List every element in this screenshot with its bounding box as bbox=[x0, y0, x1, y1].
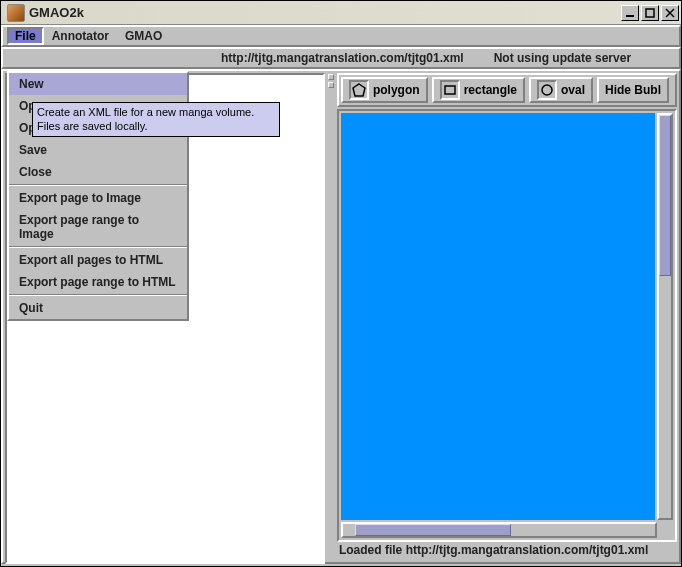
window-controls bbox=[621, 5, 679, 21]
minimize-button[interactable] bbox=[621, 5, 639, 21]
menu-annotator[interactable]: Annotator bbox=[44, 27, 117, 45]
url-bar: http://tjtg.mangatranslation.com/tjtg01.… bbox=[1, 47, 681, 69]
chevron-left-icon bbox=[328, 74, 334, 80]
shape-toolbar: polygon rectangle oval Hide Bubl bbox=[337, 73, 677, 107]
splitter[interactable] bbox=[327, 71, 335, 562]
menu-separator bbox=[9, 294, 187, 296]
oval-icon bbox=[537, 80, 557, 100]
polygon-icon bbox=[349, 80, 369, 100]
close-button[interactable] bbox=[661, 5, 679, 21]
maximize-button[interactable] bbox=[641, 5, 659, 21]
canvas[interactable] bbox=[341, 113, 655, 520]
status-bar: Loaded file http://tjtg.mangatranslation… bbox=[337, 542, 677, 560]
vscroll-thumb[interactable] bbox=[659, 115, 671, 276]
menu-item-export-range-image[interactable]: Export page range to Image bbox=[9, 209, 187, 245]
menu-item-close[interactable]: Close bbox=[9, 161, 187, 183]
svg-rect-1 bbox=[646, 9, 654, 17]
menu-item-quit[interactable]: Quit bbox=[9, 297, 187, 319]
tooltip-line1: Create an XML file for a new manga volum… bbox=[37, 105, 275, 119]
menu-item-save[interactable]: Save bbox=[9, 139, 187, 161]
canvas-container bbox=[337, 109, 677, 542]
tooltip: Create an XML file for a new manga volum… bbox=[32, 102, 280, 137]
rectangle-button[interactable]: rectangle bbox=[432, 77, 525, 103]
menu-separator bbox=[9, 184, 187, 186]
menu-item-new[interactable]: New bbox=[9, 73, 187, 95]
titlebar: GMAO2k bbox=[1, 1, 681, 25]
app-icon bbox=[7, 4, 25, 22]
menu-separator bbox=[9, 246, 187, 248]
hide-bubbles-button[interactable]: Hide Bubl bbox=[597, 77, 669, 103]
vertical-scrollbar[interactable] bbox=[657, 113, 673, 520]
menu-item-export-all-html[interactable]: Export all pages to HTML bbox=[9, 249, 187, 271]
hide-bubbles-label: Hide Bubl bbox=[605, 83, 661, 97]
hscroll-thumb[interactable] bbox=[355, 524, 511, 536]
horizontal-scrollbar[interactable] bbox=[341, 522, 657, 538]
menu-gmao[interactable]: GMAO bbox=[117, 27, 170, 45]
rectangle-icon bbox=[440, 80, 460, 100]
svg-rect-5 bbox=[445, 86, 455, 94]
rectangle-label: rectangle bbox=[464, 83, 517, 97]
window-title: GMAO2k bbox=[29, 5, 621, 20]
app-window: GMAO2k File Annotator GMAO http://tjtg.m… bbox=[0, 0, 682, 567]
chevron-right-icon bbox=[328, 82, 334, 88]
svg-point-6 bbox=[542, 85, 552, 95]
oval-label: oval bbox=[561, 83, 585, 97]
menu-file[interactable]: File bbox=[7, 27, 44, 45]
menubar: File Annotator GMAO bbox=[1, 25, 681, 47]
url-text: http://tjtg.mangatranslation.com/tjtg01.… bbox=[221, 51, 464, 65]
right-panel: polygon rectangle oval Hide Bubl bbox=[335, 71, 679, 562]
work-area: New Open Open... Save Close Export page … bbox=[1, 69, 681, 564]
oval-button[interactable]: oval bbox=[529, 77, 593, 103]
scroll-corner bbox=[657, 522, 673, 538]
svg-marker-4 bbox=[353, 84, 365, 96]
tooltip-line2: Files are saved locally. bbox=[37, 119, 275, 133]
menu-item-export-page-image[interactable]: Export page to Image bbox=[9, 187, 187, 209]
menu-item-export-range-html[interactable]: Export page range to HTML bbox=[9, 271, 187, 293]
polygon-label: polygon bbox=[373, 83, 420, 97]
svg-rect-0 bbox=[626, 15, 634, 17]
server-status: Not using update server bbox=[494, 51, 631, 65]
polygon-button[interactable]: polygon bbox=[341, 77, 428, 103]
